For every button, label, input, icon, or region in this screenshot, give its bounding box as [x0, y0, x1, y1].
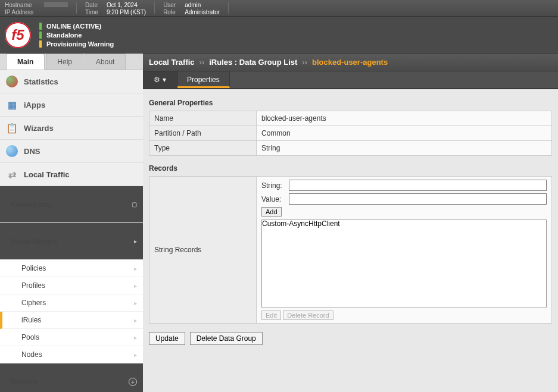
prop-type-value: String: [257, 141, 552, 156]
nav-statistics[interactable]: Statistics: [0, 70, 143, 93]
subnav-policies[interactable]: Policies▸: [0, 260, 143, 277]
nav-iapps[interactable]: ▦ iApps: [0, 93, 143, 117]
subnav-monitors[interactable]: Monitors+: [0, 363, 143, 392]
time-label: Time: [85, 9, 103, 15]
subnav-profiles[interactable]: Profiles▸: [0, 277, 143, 294]
prop-name-label: Name: [149, 111, 257, 126]
role-value: Administrator: [185, 9, 220, 15]
breadcrumb-sep-icon: ››: [199, 58, 205, 67]
chevron-right-icon: ▸: [134, 352, 137, 358]
left-panel: Main Help About Statistics ▦ iApps 📋 Wiz…: [0, 54, 143, 392]
record-value-input[interactable]: [289, 193, 547, 205]
gear-icon: ⚙: [154, 76, 160, 84]
nav-wizards-label: Wizards: [24, 124, 54, 133]
status-bar-icon: [39, 32, 42, 39]
breadcrumb-sep-icon: ››: [302, 58, 307, 67]
plus-icon[interactable]: +: [129, 378, 137, 386]
user-value: admin: [185, 2, 201, 8]
breadcrumb-b[interactable]: iRules : Data Group List: [209, 58, 297, 67]
subnav-irules[interactable]: iRules▸: [0, 312, 143, 329]
nav-dns-label: DNS: [24, 147, 40, 156]
general-properties-table: Name blocked-user-agents Partition / Pat…: [149, 111, 552, 156]
prop-name-value: blocked-user-agents: [257, 111, 552, 126]
nav-iapps-label: iApps: [24, 101, 45, 109]
delete-data-group-button[interactable]: Delete Data Group: [190, 332, 263, 345]
chevron-right-icon: ▸: [134, 300, 137, 306]
update-button[interactable]: Update: [149, 332, 185, 345]
hostname-label: Hostname: [5, 2, 40, 8]
record-item[interactable]: Custom-AsyncHttpClient: [262, 219, 546, 228]
prop-partition-label: Partition / Path: [149, 126, 257, 141]
nav-local-traffic[interactable]: ⇄ Local Traffic: [0, 163, 143, 186]
prop-partition-value: Common: [257, 126, 552, 141]
chevron-right-icon: ▸: [134, 334, 137, 341]
nav-local-traffic-label: Local Traffic: [24, 170, 70, 179]
subnav-virtual-servers[interactable]: Virtual Servers▸: [0, 223, 143, 260]
chevron-right-icon: ▸: [134, 238, 137, 244]
chevron-down-icon: ▾: [163, 76, 166, 84]
record-string-input[interactable]: [289, 180, 547, 191]
section-records: Records: [149, 164, 552, 173]
status-online: ONLINE (ACTIVE): [46, 23, 101, 30]
status-bar-icon: [39, 23, 42, 30]
records-listbox[interactable]: Custom-AsyncHttpClient: [261, 219, 547, 308]
subnav-nodes[interactable]: Nodes▸: [0, 346, 143, 363]
breadcrumb-a[interactable]: Local Traffic: [149, 58, 195, 67]
date-label: Date: [85, 2, 103, 8]
role-label: Role: [163, 9, 181, 15]
chevron-right-icon: ▸: [134, 283, 137, 289]
breadcrumb: Local Traffic ›› iRules : Data Group Lis…: [143, 54, 558, 71]
status-provisioning-warning: Provisioning Warning: [46, 40, 114, 48]
subtab-properties[interactable]: Properties: [177, 71, 230, 88]
open-icon: ▢: [132, 201, 137, 208]
statistics-icon: [6, 76, 18, 87]
delete-record-button[interactable]: Delete Record: [283, 311, 333, 320]
wizards-icon: 📋: [6, 122, 18, 134]
status-standalone: Standalone: [46, 32, 82, 39]
nav-dns[interactable]: DNS: [0, 140, 143, 163]
status-bar-icon: [39, 40, 42, 48]
iapps-icon: ▦: [6, 99, 18, 111]
tab-about[interactable]: About: [85, 54, 126, 70]
records-table: String Records String: Value: Add: [149, 176, 552, 324]
f5-logo: f5: [5, 22, 31, 48]
add-record-button[interactable]: Add: [261, 207, 282, 217]
records-row-label: String Records: [149, 177, 257, 324]
prop-type-label: Type: [149, 141, 257, 156]
section-general-properties: General Properties: [149, 99, 552, 107]
user-label: User: [163, 2, 181, 8]
nav-statistics-label: Statistics: [24, 77, 58, 86]
edit-record-button[interactable]: Edit: [261, 311, 281, 320]
record-value-label: Value:: [261, 195, 285, 203]
main-tabs: Main Help About: [0, 54, 143, 70]
content-area: Local Traffic ›› iRules : Data Group Lis…: [143, 54, 558, 392]
ip-label: IP Address: [5, 9, 40, 15]
dns-icon: [6, 145, 18, 157]
subnav-ciphers[interactable]: Ciphers▸: [0, 294, 143, 312]
hostname-value-redacted: [44, 2, 68, 7]
chevron-right-icon: ▸: [134, 317, 137, 324]
app-header: f5 ONLINE (ACTIVE) Standalone Provisioni…: [0, 17, 558, 54]
tab-help[interactable]: Help: [46, 54, 83, 70]
chevron-right-icon: ▸: [134, 265, 137, 272]
nav: Statistics ▦ iApps 📋 Wizards DNS ⇄ Local…: [0, 70, 143, 392]
subnav-network-map[interactable]: Network Map▢: [0, 186, 143, 223]
top-info-bar: Hostname IP Address DateOct 1, 2024 Time…: [0, 0, 558, 17]
nav-wizards[interactable]: 📋 Wizards: [0, 117, 143, 140]
subtab-bar: ⚙ ▾ Properties: [143, 71, 558, 89]
subnav-pools[interactable]: Pools▸: [0, 329, 143, 346]
time-value: 9:20 PM (KST): [107, 9, 146, 15]
gear-menu[interactable]: ⚙ ▾: [143, 71, 177, 88]
local-traffic-icon: ⇄: [6, 168, 18, 180]
subnav-local-traffic: Network Map▢ Virtual Servers▸ Policies▸ …: [0, 186, 143, 392]
date-value: Oct 1, 2024: [107, 2, 138, 8]
breadcrumb-current: blocked-user-agents: [312, 58, 388, 67]
record-string-label: String:: [261, 181, 285, 190]
tab-main[interactable]: Main: [6, 54, 45, 70]
